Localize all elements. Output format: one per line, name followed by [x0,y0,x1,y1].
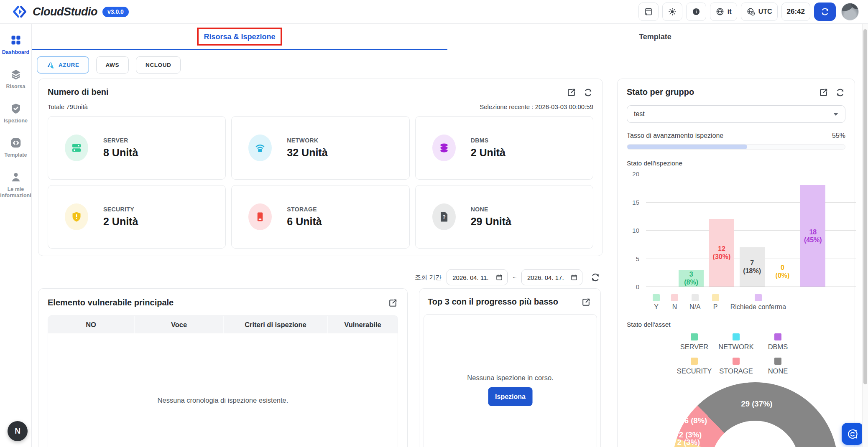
tile-name: SERVER [103,137,138,144]
legend-swatch [671,294,678,301]
donut-slice-label: 2 (3%) [677,438,700,447]
sidebar-item-risorsa[interactable]: Risorsa [0,68,32,90]
asset-tiles: SERVER8 UnitàNETWORK32 UnitàDBMS2 UnitàS… [48,116,593,249]
donut-slice-label: 6 (8%) [684,416,707,425]
asset-chart-label: Stato dell'asset [627,321,845,328]
legend-swatch [692,294,699,301]
topbar: CloudStudio v3.0.0 itUTC 26:42 [0,0,868,24]
sidebar-item-label: Ispezione [4,118,28,124]
progress-bar-fill [627,145,747,149]
asset-tile-dbms[interactable]: DBMS2 Unità [415,116,593,180]
asset-legend-item: STORAGE [715,358,757,375]
topbar-actions: itUTC 26:42 [638,3,859,21]
tile-value: 6 Unità [287,216,322,228]
grid-icon [10,34,22,46]
asset-legend-item: SECURITY [674,358,715,375]
tile-name: DBMS [471,137,505,144]
asset-tile-network[interactable]: NETWORK32 Unità [231,116,409,180]
tabbar: Risorsa & IspezioneTemplate [32,24,868,50]
theme-button[interactable] [662,3,682,21]
file-question-icon: ? [438,211,450,223]
asset-tile-storage[interactable]: STORAGE6 Unità [231,185,409,249]
tab-risorsa-ispezione[interactable]: Risorsa & Ispezione [32,24,447,50]
date-refresh-icon[interactable] [590,272,601,283]
asset-legend-label: NONE [768,367,788,375]
refresh-button[interactable] [814,3,836,21]
chat-refresh-icon [846,428,859,440]
top3-empty-message: Nessuna ispezione in corso. [424,374,597,382]
tile-value: 8 Unità [103,147,138,159]
logo-group[interactable]: CloudStudio v3.0.0 [12,4,129,20]
open-external-icon[interactable] [818,87,829,98]
storage-icon [254,211,266,223]
legend-item: Y [653,294,660,311]
globe-clock-icon [746,7,756,16]
asset-tile-server[interactable]: SERVER8 Unità [48,116,226,180]
provider-ncloud-button[interactable]: NCLOUD [136,56,181,74]
provider-azure-button[interactable]: AZURE [37,56,89,74]
asset-legend-swatch [733,333,740,340]
shield-check-icon [10,102,22,115]
sidebar-item-dashboard[interactable]: Dashboard [0,34,32,56]
calendar-icon [495,274,503,281]
asset-tile-none[interactable]: ?NONE29 Unità [415,185,593,249]
ai-chat-button[interactable] [842,423,863,445]
manual-button[interactable] [638,3,659,21]
legend-swatch [755,294,762,301]
progress-value: 55% [832,132,845,140]
tile-icon-wrap: ? [432,203,456,230]
tab-template[interactable]: Template [447,24,863,50]
asset-legend-label: SERVER [680,343,709,351]
table-header: NOVoceCriteri di ispezioneVulnerabile [48,316,398,333]
timezone-button[interactable]: UTC [741,3,778,21]
inspect-button[interactable]: Ispeziona [488,387,533,406]
session-timer[interactable]: 26:42 [781,3,810,21]
asset-legend-label: NETWORK [718,343,753,351]
reload-icon[interactable] [583,87,593,98]
open-external-icon[interactable] [388,298,398,308]
date-filter-label: 조회 기간 [415,274,442,282]
user-avatar[interactable] [841,3,859,20]
tile-icon-wrap [65,135,88,161]
floating-user-badge[interactable]: N [8,421,28,441]
asset-legend-swatch [774,333,781,340]
code-box-icon [10,137,22,149]
version-badge: v3.0.0 [102,7,129,17]
sidebar-item-label: Le mie informazioni [0,186,32,199]
group-select[interactable]: test [627,105,845,123]
group-select-value: test [634,110,645,118]
date-from-value: 2026. 04. 11. [452,274,488,281]
provider-aws-button[interactable]: AWS [96,56,129,74]
scrollbar-thumb[interactable] [863,29,867,384]
lowest-progress-card: Top 3 con il progresso più basso Nessuna… [419,288,601,447]
sidebar-item-template[interactable]: Template [0,137,32,158]
app-title: CloudStudio [33,5,97,18]
network-icon [254,142,266,154]
info-button[interactable] [686,3,706,21]
tile-name: SECURITY [103,206,138,213]
sidebar-item-le-mie-informazioni[interactable]: Le mie informazioni [0,171,32,199]
asset-tile-security[interactable]: SECURITY2 Unità [48,185,226,249]
y-axis-tick: 20 [627,170,639,178]
date-to-input[interactable]: 2026. 04. 17. [521,269,582,285]
cloudstudio-logo-icon [12,4,28,20]
chevron-down-icon [833,113,838,116]
sidebar-item-label: Risorsa [6,84,26,90]
asset-legend-label: SECURITY [677,367,712,375]
asset-legend-item: NETWORK [715,333,757,351]
sidebar-item-ispezione[interactable]: Ispezione [0,102,32,124]
y-axis-tick: 0 [627,283,639,290]
reload-icon[interactable] [835,87,845,98]
provider-label: AWS [106,62,120,68]
open-external-icon[interactable] [581,297,591,307]
shield-icon [70,211,83,223]
asset-legend-label: STORAGE [719,367,753,375]
legend-item: P [712,294,719,311]
open-external-icon[interactable] [566,87,577,98]
tab-label: Risorsa & Ispezione [204,33,275,41]
locale-button[interactable]: it [710,3,737,21]
progress-bar [627,144,845,150]
date-from-input[interactable]: 2026. 04. 11. [447,269,508,285]
azure-logo [46,61,55,69]
tile-name: STORAGE [287,206,322,213]
